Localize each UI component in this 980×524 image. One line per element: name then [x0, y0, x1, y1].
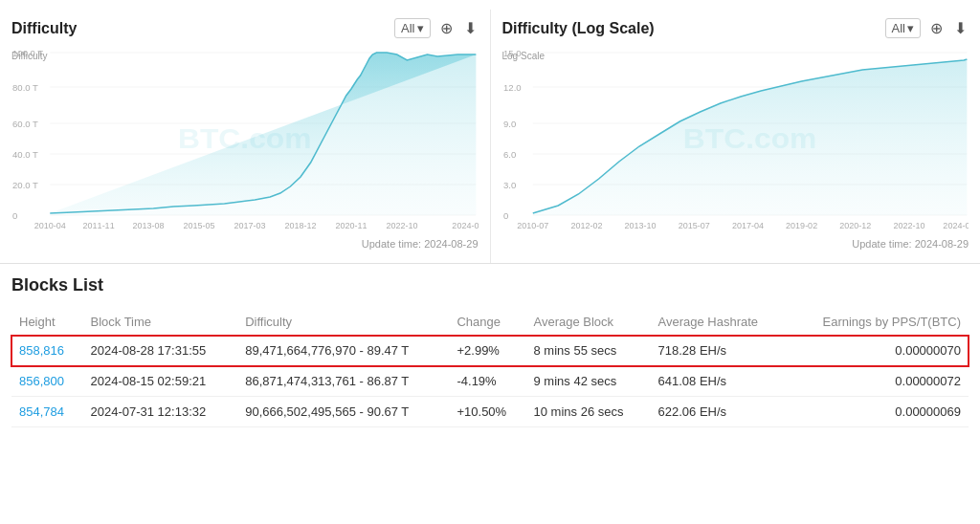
difficulty-y-label: Difficulty: [11, 51, 48, 61]
chevron-down-icon-log: ▾: [907, 21, 914, 35]
download-icon-log[interactable]: ⬇: [952, 17, 969, 39]
cell-difficulty-0: 89,471,664,776,970 - 89.47 T: [237, 336, 449, 366]
svg-text:2011-11: 2011-11: [83, 221, 115, 229]
cell-earnings-2: 0.00000069: [787, 397, 969, 427]
chart-controls-log: All ▾ ⊕ ⬇: [885, 17, 969, 39]
table-row: 856,800 2024-08-15 02:59:21 86,871,474,3…: [11, 366, 969, 397]
chart-header-difficulty: Difficulty All ▾ ⊕ ⬇: [11, 17, 479, 39]
cell-difficulty-2: 90,666,502,495,565 - 90.67 T: [237, 397, 449, 427]
svg-text:2015-07: 2015-07: [678, 221, 709, 229]
svg-text:2010-07: 2010-07: [517, 221, 548, 229]
download-icon-difficulty[interactable]: ⬇: [462, 17, 479, 39]
svg-text:2012-02: 2012-02: [570, 221, 602, 229]
svg-text:2013-10: 2013-10: [624, 221, 656, 229]
height-link-1[interactable]: 856,800: [19, 374, 64, 388]
difficulty-chart-area: Difficulty 100.0 T 80.0 T 60.0 T 40.0 T …: [11, 43, 479, 234]
svg-text:2015-05: 2015-05: [184, 221, 215, 229]
cell-avg-block-1: 9 mins 42 secs: [526, 366, 651, 397]
chevron-down-icon: ▾: [417, 21, 424, 35]
col-header-earnings: Earnings by PPS/T(BTC): [787, 309, 969, 336]
cell-height-0[interactable]: 858,816: [11, 336, 83, 366]
cell-change-1: -4.19%: [449, 366, 525, 397]
all-dropdown-log[interactable]: All ▾: [885, 18, 921, 38]
svg-text:BTC.com: BTC.com: [682, 122, 815, 155]
difficulty-chart-svg: 100.0 T 80.0 T 60.0 T 40.0 T 20.0 T 0: [11, 43, 479, 229]
difficulty-log-chart-container: Difficulty (Log Scale) All ▾ ⊕ ⬇ Log Sca…: [491, 10, 981, 263]
col-header-block-time: Block Time: [83, 309, 238, 336]
chart-title-difficulty: Difficulty: [11, 20, 77, 37]
chart-title-log: Difficulty (Log Scale): [502, 20, 655, 37]
svg-text:2024-08: 2024-08: [943, 221, 969, 229]
col-header-height: Height: [11, 309, 83, 336]
svg-text:2017-03: 2017-03: [234, 221, 266, 229]
svg-text:2020-12: 2020-12: [839, 221, 871, 229]
svg-text:BTC.com: BTC.com: [178, 122, 311, 155]
cell-avg-hashrate-1: 641.08 EH/s: [651, 366, 788, 397]
col-header-difficulty: Difficulty: [237, 309, 449, 336]
svg-text:2019-02: 2019-02: [786, 221, 817, 229]
svg-text:2022-10: 2022-10: [386, 221, 417, 229]
zoom-in-icon-log[interactable]: ⊕: [928, 17, 945, 39]
svg-text:80.0 T: 80.0 T: [12, 83, 38, 93]
cell-difficulty-1: 86,871,474,313,761 - 86.87 T: [237, 366, 449, 397]
cell-height-2[interactable]: 854,784: [11, 397, 83, 427]
cell-earnings-1: 0.00000072: [787, 366, 969, 397]
log-y-label: Log Scale: [502, 51, 545, 61]
all-dropdown-difficulty[interactable]: All ▾: [394, 18, 430, 38]
svg-text:2022-10: 2022-10: [893, 221, 924, 229]
table-row: 854,784 2024-07-31 12:13:32 90,666,502,4…: [11, 397, 969, 427]
cell-height-1[interactable]: 856,800: [11, 366, 83, 397]
chart-header-log: Difficulty (Log Scale) All ▾ ⊕ ⬇: [502, 17, 969, 39]
table-header-row: Height Block Time Difficulty Change Aver…: [11, 309, 969, 336]
cell-block-time-1: 2024-08-15 02:59:21: [83, 366, 238, 397]
difficulty-update-time: Update time: 2024-08-29: [11, 238, 479, 255]
svg-text:0: 0: [12, 211, 17, 221]
blocks-table: Height Block Time Difficulty Change Aver…: [11, 309, 969, 427]
difficulty-log-chart-area: Log Scale 15.0 12.0 9.0 6.0 3.0 0: [502, 43, 969, 234]
svg-text:9.0: 9.0: [503, 120, 516, 129]
svg-text:2013-08: 2013-08: [133, 221, 165, 229]
blocks-section: Blocks List Height Block Time Difficulty…: [0, 264, 980, 427]
zoom-in-icon-difficulty[interactable]: ⊕: [438, 17, 455, 39]
svg-text:3.0: 3.0: [503, 181, 516, 190]
svg-text:2018-12: 2018-12: [285, 221, 317, 229]
svg-text:2024-08: 2024-08: [452, 221, 478, 229]
svg-text:2010-04: 2010-04: [34, 221, 66, 229]
col-header-avg-block: Average Block: [526, 309, 651, 336]
height-link-2[interactable]: 854,784: [19, 404, 64, 419]
svg-text:2020-11: 2020-11: [336, 221, 368, 229]
cell-avg-hashrate-0: 718.28 EH/s: [651, 336, 788, 366]
cell-earnings-0: 0.00000070: [787, 336, 969, 366]
chart-controls-difficulty: All ▾ ⊕ ⬇: [394, 17, 478, 39]
svg-text:20.0 T: 20.0 T: [12, 181, 38, 190]
cell-avg-hashrate-2: 622.06 EH/s: [651, 397, 788, 427]
col-header-change: Change: [449, 309, 525, 336]
cell-change-0: +2.99%: [449, 336, 525, 366]
table-row: 858,816 2024-08-28 17:31:55 89,471,664,7…: [11, 336, 969, 366]
svg-text:2017-04: 2017-04: [731, 221, 763, 229]
difficulty-chart-container: Difficulty All ▾ ⊕ ⬇ Difficulty 100.0 T …: [0, 10, 491, 263]
svg-text:40.0 T: 40.0 T: [12, 150, 38, 160]
cell-change-2: +10.50%: [449, 397, 525, 427]
svg-text:0: 0: [503, 211, 508, 221]
col-header-avg-hashrate: Average Hashrate: [651, 309, 788, 336]
cell-block-time-2: 2024-07-31 12:13:32: [83, 397, 238, 427]
charts-section: Difficulty All ▾ ⊕ ⬇ Difficulty 100.0 T …: [0, 0, 980, 264]
log-chart-svg: 15.0 12.0 9.0 6.0 3.0 0: [502, 43, 969, 229]
cell-avg-block-0: 8 mins 55 secs: [526, 336, 651, 366]
blocks-list-title: Blocks List: [11, 275, 969, 295]
cell-avg-block-2: 10 mins 26 secs: [526, 397, 651, 427]
svg-text:6.0: 6.0: [503, 150, 516, 160]
height-link-0[interactable]: 858,816: [19, 343, 64, 358]
svg-text:60.0 T: 60.0 T: [12, 120, 38, 129]
log-update-time: Update time: 2024-08-29: [502, 238, 969, 255]
svg-text:12.0: 12.0: [503, 83, 522, 93]
cell-block-time-0: 2024-08-28 17:31:55: [83, 336, 238, 366]
